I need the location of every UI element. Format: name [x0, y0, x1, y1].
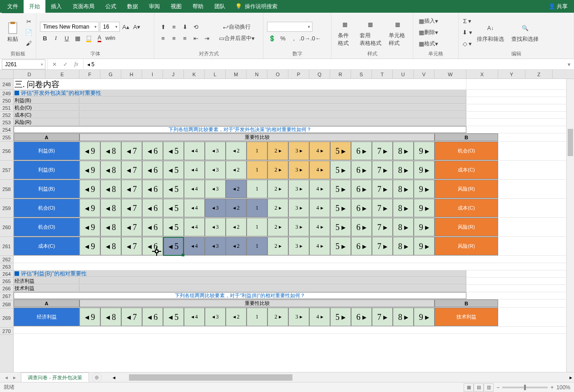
row-header[interactable]: 252 [0, 112, 13, 119]
tell-me-search[interactable]: 💡 操作说明搜索 [235, 3, 277, 10]
column-header[interactable]: P [288, 70, 309, 78]
column-header[interactable]: J [163, 70, 184, 78]
find-select-button[interactable]: 🔍查找和选择 [509, 21, 541, 44]
merge-center-button[interactable]: ▭ 合并后居中 ▾ [217, 33, 257, 43]
row-header[interactable]: 260 [0, 218, 13, 237]
row-header[interactable]: 256 [0, 142, 13, 161]
view-normal-button[interactable]: ▦ [464, 383, 474, 392]
align-bottom-button[interactable]: ⬇ [180, 22, 190, 32]
autosum-button[interactable]: Σ ▾ [462, 16, 472, 26]
select-all-corner[interactable] [0, 70, 14, 78]
bold-button[interactable]: B [40, 33, 50, 43]
row-header[interactable]: 250 [0, 97, 13, 104]
align-center-button[interactable]: ≡ [169, 33, 179, 43]
row-header[interactable]: 261 [0, 237, 13, 256]
row-header[interactable]: 254 [0, 126, 13, 133]
row-header[interactable]: 262 [0, 256, 13, 263]
column-header[interactable]: T [372, 70, 393, 78]
column-header[interactable]: F [79, 70, 100, 78]
format-cells-button[interactable]: ▦ 格式 ▾ [417, 39, 440, 49]
column-header[interactable]: U [393, 70, 414, 78]
row-header[interactable]: 258 [0, 180, 13, 199]
underline-button[interactable]: U [62, 33, 72, 43]
zoom-out-button[interactable]: − [496, 384, 500, 391]
align-top-button[interactable]: ⬆ [158, 22, 168, 32]
menu-file[interactable]: 文件 [2, 0, 24, 13]
font-name-combo[interactable]: Times New Roman [40, 22, 99, 32]
sheet-tab-active[interactable]: 调查问卷 - 开发外包决策 [21, 372, 89, 382]
row-header[interactable]: 269 [0, 309, 13, 328]
column-header[interactable]: W [435, 70, 466, 78]
formula-input[interactable]: ◂ 5 [84, 61, 564, 68]
share-button[interactable]: 👤 共享 [544, 1, 572, 12]
align-middle-button[interactable]: ≡ [169, 22, 179, 32]
align-right-button[interactable]: ≡ [180, 33, 190, 43]
name-box[interactable]: J261 [2, 59, 45, 69]
menu-review[interactable]: 审阅 [144, 0, 165, 13]
increase-indent-button[interactable]: ⇥ [202, 33, 212, 43]
zoom-level[interactable]: 100% [556, 384, 570, 391]
view-break-button[interactable]: ▥ [484, 383, 494, 392]
clear-button[interactable]: ◇ ▾ [462, 39, 472, 49]
delete-cells-button[interactable]: ▦ 删除 ▾ [417, 28, 440, 38]
fx-button[interactable]: fx [71, 59, 81, 69]
menu-data[interactable]: 数据 [122, 0, 144, 13]
increase-decimal-button[interactable]: .0→ [300, 33, 310, 43]
cell-grid[interactable]: 三. 问卷内容评估"开发外包决策"的相对重要性利益(B)机会(O)成本(C)风险… [14, 79, 574, 372]
column-header[interactable]: H [121, 70, 142, 78]
enter-button[interactable]: ✓ [60, 59, 70, 69]
column-header[interactable]: K [184, 70, 205, 78]
menu-help[interactable]: 帮助 [187, 0, 209, 13]
column-header[interactable]: R [330, 70, 351, 78]
copy-button[interactable]: 📄 [24, 28, 34, 38]
font-color-button[interactable]: A [94, 33, 104, 43]
row-header[interactable]: 259 [0, 199, 13, 218]
column-header[interactable]: D [14, 70, 45, 78]
decrease-decimal-button[interactable]: .0← [311, 33, 321, 43]
border-button[interactable]: ▦ [73, 33, 83, 43]
row-header[interactable]: 270 [0, 328, 13, 335]
row-header[interactable]: 266 [0, 285, 13, 292]
menu-formulas[interactable]: 公式 [100, 0, 122, 13]
tab-nav-prev[interactable]: ▸ [11, 374, 18, 381]
column-header[interactable]: Y [498, 70, 525, 78]
column-header[interactable]: G [100, 70, 121, 78]
row-header[interactable]: 249 [0, 90, 13, 97]
vertical-scrollbar[interactable] [566, 79, 574, 372]
row-header[interactable]: 251 [0, 104, 13, 112]
row-header[interactable]: 265 [0, 278, 13, 285]
fill-color-button[interactable]: ⬚ [84, 33, 94, 43]
row-header[interactable]: 255 [0, 133, 13, 142]
menu-home[interactable]: 开始 [24, 0, 45, 13]
menu-insert[interactable]: 插入 [45, 0, 67, 13]
menu-team[interactable]: 团队 [209, 0, 231, 13]
row-header[interactable]: 253 [0, 119, 13, 126]
currency-button[interactable]: 💲 [267, 33, 277, 43]
number-format-combo[interactable] [267, 22, 312, 32]
menu-layout[interactable]: 页面布局 [67, 0, 100, 13]
row-header[interactable]: 267 [0, 292, 13, 300]
row-header[interactable]: 248 [0, 79, 13, 90]
decrease-font-button[interactable]: A▾ [132, 22, 142, 32]
fill-button[interactable]: ⬇ ▾ [462, 28, 472, 38]
italic-button[interactable]: I [51, 33, 61, 43]
column-header[interactable]: N [247, 70, 267, 78]
row-header[interactable]: 268 [0, 300, 13, 309]
zoom-slider[interactable] [502, 387, 548, 388]
tab-nav-first[interactable]: ◂ [3, 374, 10, 381]
column-header[interactable]: X [466, 70, 498, 78]
font-size-combo[interactable]: 16 [100, 22, 120, 32]
column-header[interactable]: O [267, 70, 288, 78]
cell-styles-button[interactable]: ▦单元格样式 [386, 17, 409, 48]
table-format-button[interactable]: ▦套用 表格格式 [357, 17, 384, 48]
decrease-indent-button[interactable]: ⇤ [191, 33, 201, 43]
view-layout-button[interactable]: ▤ [474, 383, 484, 392]
orientation-button[interactable]: ⟲ [191, 22, 201, 32]
column-header[interactable]: V [414, 70, 435, 78]
increase-font-button[interactable]: A▴ [121, 22, 131, 32]
comma-button[interactable]: , [289, 33, 299, 43]
zoom-in-button[interactable]: + [550, 384, 554, 391]
column-header[interactable]: Z [525, 70, 553, 78]
paste-button[interactable]: 粘贴 [4, 21, 22, 44]
expand-formula-button[interactable]: ▾ [564, 59, 574, 69]
